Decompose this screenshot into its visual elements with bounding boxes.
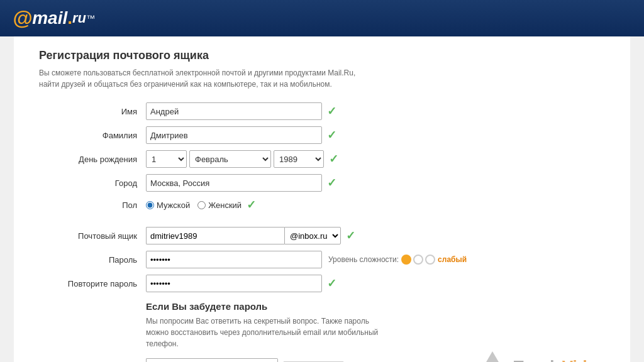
watermark-teach: Teach — [514, 357, 560, 363]
email-input[interactable] — [146, 227, 284, 244]
logo: @ mail . ru ™ — [13, 7, 95, 30]
email-row: Почтовый ящик @mail.ru @inbox.ru @list.r… — [39, 227, 605, 244]
gender-row: Пол Мужской Женский ✓ — [39, 198, 605, 212]
surname-row: Фамилия ✓ — [39, 126, 605, 144]
confirm-password-row: Повторите пароль ✓ — [39, 275, 605, 292]
city-check-icon: ✓ — [327, 176, 336, 190]
gender-female-label: Женский — [208, 200, 242, 210]
logo-tm: ™ — [86, 13, 95, 23]
name-row: Имя ✓ — [39, 102, 605, 120]
gender-options: Мужской Женский — [146, 200, 242, 210]
birthday-day-select[interactable]: 12345 678910 1112131415 1617181920 21222… — [146, 150, 187, 168]
birthday-label: День рождения — [39, 155, 146, 164]
domain-select[interactable]: @mail.ru @inbox.ru @list.ru @bk.ru — [284, 227, 341, 244]
header: @ mail . ru ™ — [0, 0, 644, 36]
name-input[interactable] — [146, 102, 322, 120]
birthday-row: День рождения 12345 678910 1112131415 16… — [39, 150, 605, 168]
watermark-v-shape: V — [475, 351, 510, 362]
strength-dot-1 — [401, 255, 411, 265]
forget-title: Если Вы забудете пароль — [146, 301, 605, 312]
strength-value: слабый — [438, 255, 467, 264]
gender-male-option[interactable]: Мужской — [146, 200, 190, 210]
surname-label: Фамилия — [39, 131, 146, 140]
logo-ru: ru — [72, 10, 86, 26]
page-title: Регистрация почтового ящика — [39, 49, 605, 62]
confirm-password-input[interactable] — [146, 275, 322, 292]
city-input[interactable] — [146, 174, 322, 192]
gender-female-radio[interactable] — [197, 201, 206, 209]
forget-section: Если Вы забудете пароль Мы попросим Вас … — [146, 301, 605, 349]
birthday-month-select[interactable]: ЯнварьФевральМартАпрель МайИюньИюльАвгус… — [189, 150, 271, 168]
birthday-inputs: 12345 678910 1112131415 1617181920 21222… — [146, 150, 324, 168]
gender-male-radio[interactable] — [146, 201, 154, 209]
surname-input[interactable] — [146, 126, 322, 144]
phone-inputs: +7 — [146, 358, 278, 362]
birthday-year-select[interactable]: 198919881990 — [274, 150, 324, 168]
email-check-icon: ✓ — [346, 229, 355, 243]
logo-mail: mail — [32, 8, 67, 28]
watermark-text: Teach Video — [514, 357, 606, 363]
strength-dots — [401, 255, 435, 265]
surname-check-icon: ✓ — [327, 128, 336, 142]
city-label: Город — [39, 178, 146, 188]
gender-male-label: Мужской — [157, 200, 190, 210]
main-content: Регистрация почтового ящика Вы сможете п… — [14, 36, 630, 362]
gender-label: Пол — [39, 200, 146, 210]
name-label: Имя — [39, 107, 146, 116]
divider — [39, 218, 605, 227]
phone-flag: +7 — [146, 358, 177, 362]
confirm-password-label: Повторите пароль — [39, 279, 146, 288]
strength-dot-3 — [425, 255, 435, 265]
name-check-icon: ✓ — [327, 104, 336, 118]
city-row: Город ✓ — [39, 174, 605, 192]
strength-label-text: Уровень сложности: — [328, 255, 399, 264]
phone-input[interactable] — [177, 358, 278, 362]
password-input[interactable] — [146, 251, 322, 268]
watermark: V Teach Video ПОСМОТРИ КАК ЗНАНИЯ МЕНЯЮТ… — [475, 351, 606, 362]
email-inputs: @mail.ru @inbox.ru @list.ru @bk.ru — [146, 227, 341, 244]
strength-dot-2 — [413, 255, 423, 265]
strength-indicator: Уровень сложности: слабый — [328, 255, 467, 265]
password-label: Пароль — [39, 255, 146, 265]
watermark-logo: V Teach Video — [475, 351, 606, 362]
email-label: Почтовый ящик — [39, 231, 146, 241]
logo-at: @ — [13, 7, 32, 30]
birthday-check-icon: ✓ — [329, 152, 338, 166]
page-description: Вы сможете пользоваться бесплатной элект… — [39, 67, 366, 90]
forget-desc: Мы попросим Вас ответить на секретный во… — [146, 315, 385, 349]
watermark-triangle-icon — [475, 351, 510, 362]
confirm-password-check-icon: ✓ — [327, 277, 336, 290]
password-row: Пароль Уровень сложности: слабый — [39, 251, 605, 268]
gender-female-option[interactable]: Женский — [197, 200, 242, 210]
logo-dot: . — [67, 8, 72, 28]
watermark-video: Video — [562, 357, 606, 363]
gender-check-icon: ✓ — [247, 198, 256, 212]
